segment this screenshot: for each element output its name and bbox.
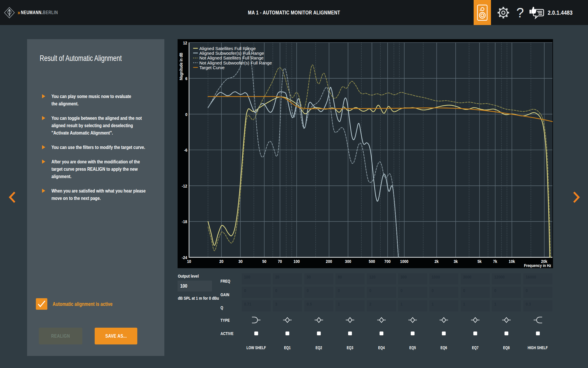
x-tick-text: 2k (435, 259, 439, 264)
eq-active-checkbox[interactable] (285, 331, 289, 335)
eq-q-input[interactable]: 0.5 (304, 300, 333, 311)
eq-type-peak-icon[interactable] (304, 316, 333, 324)
x-tick-label: 1000 (399, 259, 409, 264)
eq-freq-input[interactable]: 20 (273, 273, 302, 284)
frequency-response-chart: Magnitude in dB Frequency in Hz 1260-6-1… (178, 39, 553, 268)
eq-column-name: HIGH SHELF (528, 345, 548, 350)
instruction-item: After you are done with the modification… (27, 158, 164, 180)
x-tick-text: 300 (345, 259, 351, 264)
eq-q-input[interactable]: 0.71 (242, 300, 271, 311)
eq-type-peak-icon[interactable] (398, 316, 427, 324)
eq-active-checkbox[interactable] (254, 331, 258, 335)
automatic-alignment-checkbox[interactable] (36, 298, 47, 310)
eq-active-checkbox[interactable] (536, 331, 540, 335)
eq-freq-input[interactable]: 16000 (523, 273, 552, 284)
instruction-text-line: alignment. (51, 173, 142, 180)
y-tick-text: 6 (185, 76, 187, 81)
eq-gain-input[interactable]: 0 (273, 287, 302, 298)
y-tick-label: -24 (170, 255, 187, 260)
previous-page-button[interactable] (8, 191, 16, 203)
eq-freq-input[interactable]: 3000 (461, 273, 490, 284)
instruction-text-line: move on to the next page. (51, 195, 142, 202)
eq-freq-value: 80 (338, 274, 342, 279)
x-tick-text: 200 (326, 259, 332, 264)
eq-freq-input[interactable]: 100 (242, 273, 271, 284)
x-tick-text: 20 (219, 259, 223, 264)
eq-active-checkbox[interactable] (411, 331, 415, 335)
eq-q-value: 1 (494, 301, 496, 306)
eq-freq-value: 120 (369, 274, 375, 279)
eq-gain-input[interactable]: 0 (242, 287, 271, 298)
eq-gain-input[interactable]: 0 (398, 287, 427, 298)
eq-freq-input[interactable]: 300 (398, 273, 427, 284)
eq-freq-value: 300 (400, 274, 407, 279)
eq-freq-input[interactable]: 12000 (492, 273, 521, 284)
eq-type-peak-icon[interactable] (273, 316, 302, 324)
eq-gain-input[interactable]: 0 (335, 287, 365, 298)
eq-column-name: EQ1 (284, 345, 291, 350)
output-level-label: Output level (178, 273, 199, 279)
next-page-button[interactable] (573, 191, 580, 203)
legend-line-sample (193, 57, 198, 59)
feedback-button[interactable] (528, 0, 546, 25)
x-tick-text: 700 (385, 259, 391, 264)
x-tick-label: 7k (493, 259, 498, 264)
eq-freq-input[interactable]: 80 (335, 273, 365, 284)
eq-row-label-q: Q (220, 305, 223, 310)
eq-column-name: EQ2 (315, 345, 322, 350)
eq-gain-input[interactable]: 0 (461, 287, 490, 298)
instruction-list: You can play some music now to evaluatet… (27, 93, 164, 209)
eq-freq-input[interactable]: 120 (367, 273, 396, 284)
eq-type-peak-icon[interactable] (367, 316, 396, 324)
eq-active-checkbox[interactable] (317, 331, 321, 335)
eq-type-low-shelf-icon[interactable] (242, 316, 271, 324)
eq-active-checkbox[interactable] (380, 331, 383, 335)
realign-button-label: REALIGN (51, 333, 70, 339)
eq-q-input[interactable]: 1 (429, 300, 458, 311)
x-tick-label: 3k (453, 259, 458, 264)
x-tick-label: 10 (187, 259, 192, 264)
help-button[interactable]: ? (513, 0, 527, 25)
eq-type-peak-icon[interactable] (461, 316, 490, 324)
legend-label: Aligned Subwoofer(s) Full Range (199, 51, 264, 56)
eq-q-value: 0.3 (526, 301, 531, 306)
eq-q-input[interactable]: 1 (335, 300, 365, 311)
y-tick-label: 12 (170, 40, 187, 45)
save-as-button[interactable]: SAVE AS... (95, 328, 137, 344)
realign-button[interactable]: REALIGN (39, 328, 82, 344)
eq-type-high-shelf-icon[interactable] (523, 316, 552, 324)
eq-freq-input[interactable]: 30 (304, 273, 333, 284)
eq-gain-input[interactable]: 0 (304, 287, 333, 298)
eq-active-checkbox[interactable] (348, 331, 352, 335)
eq-active-checkbox[interactable] (442, 331, 446, 335)
eq-active-checkbox[interactable] (473, 331, 477, 335)
eq-gain-input[interactable]: 0 (367, 287, 396, 298)
eq-type-peak-icon[interactable] (335, 316, 365, 324)
legend-row: Target Curve (193, 65, 272, 70)
y-tick-label: -12 (170, 183, 187, 188)
x-tick-text: 70 (278, 259, 282, 264)
eq-gain-value: 0 (526, 288, 528, 293)
eq-type-peak-icon[interactable] (492, 316, 521, 324)
eq-q-input[interactable]: 1 (492, 300, 521, 311)
eq-active-checkbox[interactable] (505, 331, 508, 335)
eq-q-input[interactable]: 1 (461, 300, 490, 311)
eq-type-peak-icon[interactable] (429, 316, 458, 324)
eq-q-value: 1 (432, 301, 434, 306)
eq-freq-value: 3000 (463, 274, 471, 279)
eq-row-label-freq: FREQ (220, 279, 230, 284)
eq-q-input[interactable]: 3 (273, 300, 302, 311)
eq-gain-input[interactable]: 0 (492, 287, 521, 298)
instruction-text-line: target curve press REALIGN to apply the … (51, 165, 142, 173)
eq-gain-input[interactable]: 0 (523, 287, 552, 298)
eq-q-input[interactable]: 1 (398, 300, 427, 311)
eq-q-input[interactable]: 2 (367, 300, 396, 311)
output-level-input[interactable]: 100 (178, 281, 212, 291)
eq-freq-input[interactable]: 1000 (429, 273, 458, 284)
eq-gain-input[interactable]: 0 (429, 287, 458, 298)
monitor-alignment-button[interactable] (474, 0, 491, 25)
eq-q-input[interactable]: 0.3 (523, 300, 552, 311)
settings-button[interactable] (495, 0, 512, 25)
x-tick-label: 2k (434, 259, 439, 264)
eq-freq-value: 16000 (526, 274, 536, 279)
